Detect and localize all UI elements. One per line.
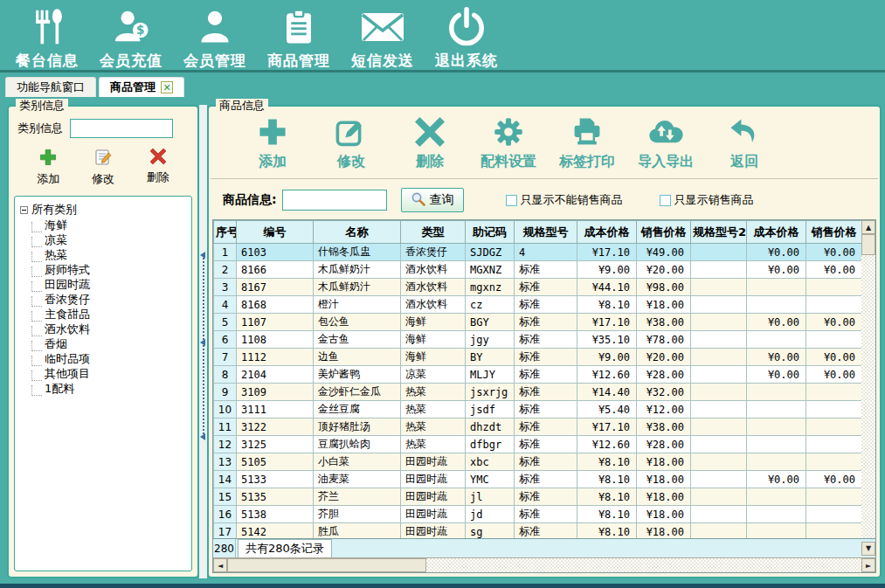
cell-规格型号: 标准: [515, 349, 577, 366]
column-header-序号[interactable]: 序号: [214, 221, 237, 244]
splitter-arrow-icon[interactable]: [200, 339, 205, 346]
table-row[interactable]: 82104美炉酱鸭凉菜MLJY标准¥12.60¥28.00¥0.00¥0.00: [214, 366, 862, 384]
table-row[interactable]: 123125豆腐扒蛤肉热菜dfbgr标准¥12.60¥28.00: [214, 436, 862, 453]
vertical-scroll-track[interactable]: [861, 255, 875, 538]
product-标签打印-button[interactable]: 标签打印: [550, 115, 625, 173]
vertical-scrollbar[interactable]: ▲: [861, 220, 875, 538]
tree-item-厨师特式[interactable]: 厨师特式: [18, 262, 188, 277]
cell-规格型号2: [691, 506, 747, 523]
cell-成本价格: ¥12.60: [577, 366, 637, 384]
cell-成本价格: [747, 331, 806, 349]
cell-名称: 胜瓜: [314, 523, 401, 539]
table-row[interactable]: 71112边鱼海鲜BY标准¥9.00¥20.00¥0.00¥0.00: [214, 349, 862, 366]
table-row[interactable]: 93109金沙虾仁金瓜热菜jsxrjg标准¥14.40¥32.00: [214, 384, 862, 401]
table-row[interactable]: 38167木瓜鲜奶汁酒水饮料mgxnz标准¥44.10¥98.00: [214, 279, 862, 296]
topbar-item-label: 商品管理: [267, 51, 330, 71]
cell-成本价格: ¥8.10: [577, 471, 637, 488]
category-删除-button[interactable]: 删除: [147, 149, 169, 187]
category-input[interactable]: [70, 119, 173, 138]
product-配料设置-button[interactable]: 配料设置: [471, 115, 546, 173]
tree-item-1配料[interactable]: 1配料: [18, 381, 188, 396]
checkbox-只显示不能销售商品[interactable]: 只显示不能销售商品: [506, 192, 623, 208]
checkbox-icon[interactable]: [660, 195, 671, 206]
tab-close-icon[interactable]: ✕: [161, 81, 173, 93]
topbar-item-会员充值[interactable]: $ 会员充值: [96, 5, 166, 71]
product-修改-button[interactable]: 修改: [314, 115, 389, 173]
table-row[interactable]: 28166木瓜鲜奶汁酒水饮料MGXNZ标准¥9.00¥20.00¥0.00¥0.…: [214, 261, 862, 279]
column-header-成本价格[interactable]: 成本价格: [747, 221, 806, 244]
tab-功能导航窗口[interactable]: 功能导航窗口: [5, 77, 96, 97]
product-返回-button[interactable]: 返回: [707, 115, 782, 173]
topbar-item-商品管理[interactable]: 商品管理: [264, 5, 334, 71]
tree-item-酒水饮料[interactable]: 酒水饮料: [18, 322, 188, 336]
product-添加-button[interactable]: 添加: [235, 115, 310, 173]
vertical-scroll-thumb[interactable]: [861, 234, 875, 255]
tree-collapse-icon[interactable]: [20, 206, 28, 214]
splitter-arrow-icon[interactable]: [200, 252, 205, 259]
scroll-up-icon[interactable]: ▲: [861, 220, 875, 234]
splitter-arrow-icon[interactable]: [200, 433, 205, 440]
column-header-规格型号[interactable]: 规格型号: [515, 221, 577, 244]
category-修改-button[interactable]: 修改: [92, 149, 114, 187]
tree-item-田园时蔬[interactable]: 田园时蔬: [18, 277, 188, 292]
table-row[interactable]: 135105小白菜田园时蔬xbc标准¥8.10¥18.00: [214, 453, 862, 471]
tree-item-香烟[interactable]: 香烟: [18, 336, 188, 351]
edit-note-icon: [94, 149, 112, 169]
table-row[interactable]: 113122顶好猪肚汤热菜dhzdt标准¥17.10¥38.00: [214, 419, 862, 436]
table-row[interactable]: 175142胜瓜田园时蔬sg标准¥8.10¥18.00: [214, 523, 862, 539]
checkbox-只显示销售商品[interactable]: 只显示销售商品: [660, 192, 754, 208]
topbar-item-会员管理[interactable]: 会员管理: [180, 5, 250, 71]
topbar-item-退出系统[interactable]: 退出系统: [432, 5, 501, 71]
checkbox-icon[interactable]: [506, 195, 517, 206]
tree-item-主食甜品[interactable]: 主食甜品: [18, 307, 188, 322]
table-row[interactable]: 145133油麦菜田园时蔬YMC标准¥8.10¥18.00¥0.00¥0.00: [214, 471, 862, 488]
product-search-input[interactable]: [282, 190, 387, 211]
topbar-item-餐台信息[interactable]: 餐台信息: [12, 5, 82, 71]
tree-item-其他项目[interactable]: 其他项目: [18, 366, 188, 381]
tree-connector: [31, 222, 42, 232]
column-header-编号[interactable]: 编号: [237, 221, 314, 244]
column-header-成本价格[interactable]: 成本价格: [577, 221, 637, 244]
horizontal-scrollbar[interactable]: ◄ ►: [213, 557, 875, 572]
table-row[interactable]: 48168橙汁酒水饮料cz标准¥8.10¥18.00: [214, 296, 862, 314]
column-header-助记码[interactable]: 助记码: [466, 221, 515, 244]
tree-item-热菜[interactable]: 热菜: [18, 247, 188, 262]
product-导入导出-button[interactable]: 导入导出: [628, 115, 703, 173]
horizontal-scroll-track[interactable]: [426, 558, 861, 572]
column-header-规格型号2[interactable]: 规格型号2: [691, 221, 747, 244]
table-row[interactable]: 103111金丝豆腐热菜jsdf标准¥5.40¥12.00: [214, 401, 862, 419]
cell-名称: 小白菜: [314, 453, 401, 471]
cell-成本价格: [747, 279, 806, 296]
column-header-名称[interactable]: 名称: [314, 221, 401, 244]
column-header-类型[interactable]: 类型: [401, 221, 466, 244]
category-添加-button[interactable]: 添加: [37, 149, 59, 187]
cell-销售价格: ¥98.00: [637, 279, 691, 296]
table-row[interactable]: 16103什锦冬瓜盅香浓煲仔SJDGZ4¥17.10¥49.00¥0.00¥0.…: [214, 244, 862, 261]
tree-item-海鲜[interactable]: 海鲜: [18, 218, 188, 232]
query-button[interactable]: 查询: [401, 188, 464, 212]
tree-item-临时品项[interactable]: 临时品项: [18, 351, 188, 366]
tree-root-item[interactable]: 所有类别: [18, 202, 188, 218]
scroll-right-icon[interactable]: ►: [861, 558, 875, 572]
tree-connector: [31, 252, 42, 262]
tab-商品管理[interactable]: 商品管理✕: [99, 77, 184, 97]
footer-row-number: 280: [213, 539, 236, 557]
column-header-销售价格[interactable]: 销售价格: [806, 221, 862, 244]
tree-item-香浓煲仔[interactable]: 香浓煲仔: [18, 292, 188, 307]
cell-名称: 豆腐扒蛤肉: [314, 436, 401, 453]
table-row[interactable]: 165138芥胆田园时蔬jd标准¥8.10¥18.00: [214, 506, 862, 523]
product-删除-button[interactable]: 删除: [392, 115, 467, 173]
scroll-left-icon[interactable]: ◄: [213, 558, 227, 572]
column-header-销售价格[interactable]: 销售价格: [637, 221, 691, 244]
grid-viewport[interactable]: 序号编号名称类型助记码规格型号成本价格销售价格规格型号2成本价格销售价格 161…: [213, 220, 861, 538]
panel-splitter[interactable]: [199, 105, 207, 578]
table-row[interactable]: 51107包公鱼海鲜BGY标准¥17.10¥38.00¥0.00¥0.00: [214, 314, 862, 331]
topbar-item-短信发送[interactable]: 短信发送: [348, 5, 418, 71]
tree-item-凉菜[interactable]: 凉菜: [18, 232, 188, 247]
category-tree[interactable]: 所有类别 海鲜 凉菜 热菜 厨师特式 田园时蔬 香浓煲仔 主食甜品 酒水饮料: [14, 196, 192, 571]
horizontal-scroll-thumb[interactable]: [227, 558, 426, 572]
tree-item-label: 热菜: [42, 247, 67, 262]
table-row[interactable]: 61108金古鱼海鲜jgy标准¥35.10¥78.00: [214, 331, 862, 349]
table-row[interactable]: 155135芥兰田园时蔬jl标准¥8.10¥18.00: [214, 488, 862, 506]
scroll-down-icon[interactable]: ▼: [861, 542, 875, 556]
